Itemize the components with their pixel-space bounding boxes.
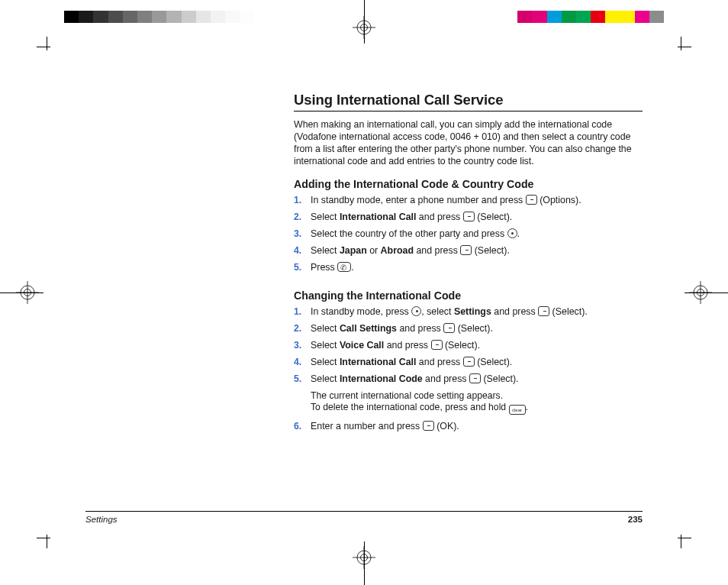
step: In standby mode, press , select Settings…	[294, 306, 643, 318]
trim-mark	[26, 26, 47, 47]
swatch	[108, 11, 123, 23]
swatch	[211, 11, 225, 23]
swatch	[93, 11, 108, 23]
softkey-icon	[469, 373, 481, 383]
swatch	[225, 11, 240, 23]
crop-hairline	[364, 0, 365, 44]
swatch	[649, 11, 664, 23]
clear-key-icon: clear	[509, 405, 526, 415]
trim-mark	[681, 538, 702, 559]
softkey-icon	[463, 357, 475, 367]
swatch	[137, 11, 152, 23]
softkey-icon	[423, 421, 434, 431]
step: Select the country of the other party an…	[294, 228, 643, 241]
swatch	[562, 11, 576, 23]
step: Select Call Settings and press (Select).	[294, 323, 643, 335]
softkey-icon	[460, 245, 472, 255]
crop-hairline	[685, 292, 728, 293]
softkey-icon	[463, 212, 475, 221]
trim-mark	[681, 26, 702, 47]
swatch	[240, 11, 254, 23]
swatch	[79, 11, 93, 23]
swatch	[517, 11, 532, 23]
step: Select International Call and press (Sel…	[294, 357, 643, 369]
step: Select Voice Call and press (Select).	[294, 340, 643, 352]
swatch	[64, 11, 79, 23]
softkey-icon	[526, 195, 537, 205]
step: Press .	[294, 262, 643, 274]
steps-adding: In standby mode, enter a phone number an…	[294, 195, 643, 279]
swatch	[166, 11, 181, 23]
swatch	[152, 11, 166, 23]
page-footer: Settings 235	[85, 511, 643, 524]
swatch	[532, 11, 546, 23]
step: Select International Code and press (Sel…	[294, 373, 643, 415]
swatch	[123, 11, 137, 23]
center-key-icon	[411, 306, 421, 316]
swatch	[576, 11, 591, 23]
softkey-icon	[431, 340, 443, 350]
subheading-adding: Adding the International Code & Country …	[294, 178, 643, 190]
page-content: Using International Call Service When ma…	[294, 92, 643, 448]
swatch	[182, 11, 196, 23]
call-key-icon	[337, 262, 351, 272]
printer-gray-bar	[64, 11, 269, 23]
note-text: The current international code setting a…	[311, 390, 503, 401]
subheading-changing: Changing the International Code	[294, 289, 643, 302]
footer-page-number: 235	[628, 515, 643, 524]
softkey-icon	[443, 323, 455, 333]
page-title: Using International Call Service	[294, 92, 643, 112]
printer-color-bar	[517, 11, 664, 23]
step: Select International Call and press (Sel…	[294, 212, 643, 224]
swatch	[620, 11, 634, 23]
swatch	[547, 11, 562, 23]
crop-hairline	[0, 292, 43, 293]
swatch	[635, 11, 649, 23]
step: Select Japan or Abroad and press (Select…	[294, 245, 643, 257]
step: Enter a number and press (OK).	[294, 421, 643, 433]
center-key-icon	[507, 228, 517, 238]
swatch	[254, 11, 269, 23]
trim-mark	[26, 538, 47, 559]
steps-changing: In standby mode, press , select Settings…	[294, 306, 643, 438]
swatch	[605, 11, 620, 23]
crop-hairline	[364, 541, 365, 585]
step: In standby mode, enter a phone number an…	[294, 195, 643, 207]
note-text: To delete the international code, press …	[311, 402, 509, 412]
footer-section: Settings	[85, 515, 118, 524]
softkey-icon	[538, 306, 549, 316]
swatch	[591, 11, 605, 23]
swatch	[196, 11, 211, 23]
intro-paragraph: When making an international call, you c…	[294, 118, 643, 167]
